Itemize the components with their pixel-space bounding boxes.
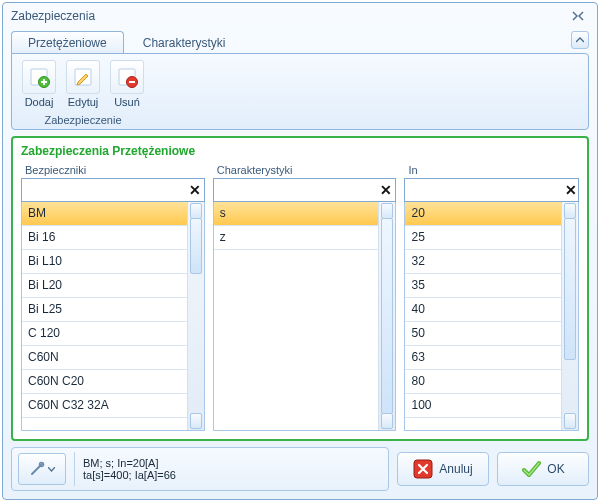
fuses-search-clear[interactable]: ✕ [186,181,204,199]
main-panel: Zabezpieczenia Przetężeniowe Bezpiecznik… [11,136,589,441]
list-item[interactable]: z [214,226,379,250]
chars-search-wrap: ✕ [213,178,397,202]
chars-scrollbar[interactable] [378,202,395,430]
list-item[interactable]: 100 [405,394,561,418]
in-scrollbar[interactable] [561,202,578,430]
chars-search-clear[interactable]: ✕ [377,181,395,199]
in-search-wrap: ✕ [404,178,579,202]
list-item[interactable]: s [214,202,379,226]
cancel-button[interactable]: Anuluj [397,452,489,486]
in-search-input[interactable] [405,183,563,197]
window-close-button[interactable] [567,8,589,24]
chevron-up-icon [576,37,584,43]
dialog-window: Zabezpieczenia Przetężeniowe Charakterys… [2,2,598,500]
chevron-down-icon [48,467,55,472]
list-item[interactable]: C60N C32 32A [22,394,187,418]
status-line-2: ta[s]=400; Ia[A]=66 [83,469,176,481]
list-item[interactable]: C60N [22,346,187,370]
in-listbox: 2025323540506380100 [404,202,579,431]
list-item[interactable]: 63 [405,346,561,370]
column-in: In ✕ 2025323540506380100 [404,164,579,431]
tab-overcurrent[interactable]: Przetężeniowe [11,31,124,53]
title-bar: Zabezpieczenia [3,3,597,29]
delete-button[interactable]: Usuń [106,58,148,110]
column-in-label: In [408,164,579,176]
status-line-1: BM; s; In=20[A] [83,457,176,469]
list-item[interactable]: 50 [405,322,561,346]
ok-label: OK [547,462,564,476]
add-icon [22,60,56,94]
fuses-search-wrap: ✕ [21,178,205,202]
list-item[interactable]: Bi L25 [22,298,187,322]
ribbon-group-title: Zabezpieczenie [44,114,121,126]
cancel-label: Anuluj [439,462,472,476]
list-item[interactable]: 80 [405,370,561,394]
tools-dropdown-button[interactable] [18,453,66,485]
fuses-listbox: BMBi 16Bi L10Bi L20Bi L25C 120C60NC60N C… [21,202,205,431]
list-item[interactable]: 32 [405,250,561,274]
list-item[interactable]: 40 [405,298,561,322]
delete-icon [110,60,144,94]
column-chars: Charakterystyki ✕ sz [213,164,397,431]
list-item[interactable]: 25 [405,226,561,250]
fuses-search-input[interactable] [22,183,186,197]
column-fuses-label: Bezpieczniki [25,164,205,176]
column-chars-label: Charakterystyki [217,164,397,176]
tab-characteristics[interactable]: Charakterystyki [126,31,243,53]
delete-label: Usuń [114,96,140,108]
status-panel: BM; s; In=20[A] ta[s]=400; Ia[A]=66 [11,447,389,491]
ribbon-collapse-button[interactable] [571,31,589,49]
panel-title: Zabezpieczenia Przetężeniowe [21,144,579,158]
ribbon-group-fuse: Dodaj Edytuj [18,58,148,129]
ok-icon [521,459,541,479]
edit-label: Edytuj [68,96,99,108]
list-item[interactable]: Bi 16 [22,226,187,250]
window-title: Zabezpieczenia [11,9,567,23]
list-item[interactable]: C 120 [22,322,187,346]
tools-icon [29,461,45,477]
chars-listbox: sz [213,202,397,431]
list-item[interactable]: C60N C20 [22,370,187,394]
bottom-bar: BM; s; In=20[A] ta[s]=400; Ia[A]=66 Anul… [11,447,589,491]
list-item[interactable]: 35 [405,274,561,298]
add-label: Dodaj [25,96,54,108]
add-button[interactable]: Dodaj [18,58,60,110]
tab-strip: Przetężeniowe Charakterystyki [3,29,597,53]
edit-icon [66,60,100,94]
list-item[interactable]: Bi L20 [22,274,187,298]
chars-search-input[interactable] [214,183,378,197]
list-item[interactable]: BM [22,202,187,226]
status-divider [74,452,75,486]
ribbon: Dodaj Edytuj [11,53,589,130]
cancel-icon [413,459,433,479]
status-text: BM; s; In=20[A] ta[s]=400; Ia[A]=66 [83,457,176,481]
in-search-clear[interactable]: ✕ [563,181,578,199]
close-icon [572,11,584,21]
column-fuses: Bezpieczniki ✕ BMBi 16Bi L10Bi L20Bi L25… [21,164,205,431]
list-item[interactable]: Bi L10 [22,250,187,274]
ok-button[interactable]: OK [497,452,589,486]
edit-button[interactable]: Edytuj [62,58,104,110]
fuses-scrollbar[interactable] [187,202,204,430]
list-item[interactable]: 20 [405,202,561,226]
